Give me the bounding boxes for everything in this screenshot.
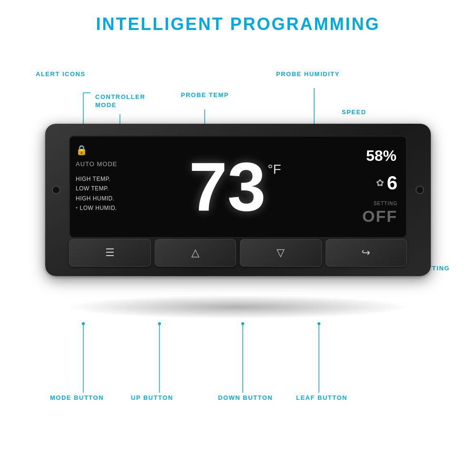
annotation-mode-button: MODE BUTTON: [50, 394, 104, 401]
alert-list: HIGH TEMP. LOW TEMP. HIGH HUMID. LOW HUM…: [76, 174, 198, 213]
setting-value: OFF: [316, 207, 397, 226]
svg-point-7: [158, 322, 161, 325]
device-body: 🔒 AUTO MODE HIGH TEMP. LOW TEMP. HIGH HU…: [45, 124, 431, 276]
leaf-button-icon: ↩: [362, 247, 370, 259]
page-title: INTELLIGENT PROGRAMMING: [0, 0, 476, 34]
lcd-screen: 🔒 AUTO MODE HIGH TEMP. LOW TEMP. HIGH HU…: [69, 136, 407, 238]
down-button[interactable]: ▽: [240, 239, 322, 267]
alert-high-temp: HIGH TEMP.: [76, 174, 198, 184]
down-button-icon: ▽: [277, 247, 285, 259]
controller-device: 🔒 AUTO MODE HIGH TEMP. LOW TEMP. HIGH HU…: [45, 124, 431, 305]
annotation-probe-humidity: PROBE HUMIDITY: [276, 70, 340, 78]
setting-section: SETTING OFF: [316, 201, 401, 230]
alert-low-temp: LOW TEMP.: [76, 184, 198, 193]
mount-hole-right: [416, 186, 424, 194]
svg-point-8: [241, 322, 244, 325]
screen-left-panel: 🔒 AUTO MODE HIGH TEMP. LOW TEMP. HIGH HU…: [70, 137, 203, 237]
fan-speed-row: ✿ 6: [316, 172, 401, 194]
lock-icon: 🔒: [76, 144, 198, 156]
annotation-down-button: DOWN BUTTON: [218, 394, 273, 401]
setting-label: SETTING: [316, 201, 397, 206]
fan-speed-value: 6: [387, 172, 397, 194]
mode-label: AUTO MODE: [76, 160, 198, 168]
up-button[interactable]: △: [155, 239, 237, 267]
temperature-unit: °F: [268, 162, 281, 177]
mode-button[interactable]: ☰: [69, 239, 151, 267]
annotation-alert-icons: ALERT ICONS: [36, 70, 86, 78]
buttons-row: ☰ △ ▽ ↩: [69, 239, 407, 267]
mount-hole-left: [52, 186, 60, 194]
device-shadow: [64, 295, 412, 319]
annotation-controller-mode: CONTROLLERMODE: [95, 93, 145, 109]
up-button-icon: △: [191, 247, 199, 259]
alert-high-humid: HIGH HUMID.: [76, 194, 198, 203]
annotation-probe-temp: PROBE TEMP: [181, 91, 229, 99]
fan-icon: ✿: [376, 177, 384, 188]
leaf-button[interactable]: ↩: [326, 239, 407, 267]
annotation-speed: SPEED: [342, 109, 367, 116]
mode-button-icon: ☰: [105, 247, 115, 259]
alert-low-humid: LOW HUMID.: [76, 203, 198, 213]
annotation-up-button: UP BUTTON: [131, 394, 173, 401]
temperature-display: 73 °F: [189, 152, 281, 221]
annotation-leaf-button: LEAF BUTTON: [296, 394, 347, 401]
screen-center-panel: 73 °F: [184, 137, 308, 237]
humidity-value: 58%: [316, 147, 401, 165]
svg-point-9: [317, 322, 320, 325]
temperature-value: 73: [189, 152, 266, 221]
screen-right-panel: 58% ✿ 6 SETTING OFF: [311, 137, 406, 237]
svg-point-6: [82, 322, 85, 325]
